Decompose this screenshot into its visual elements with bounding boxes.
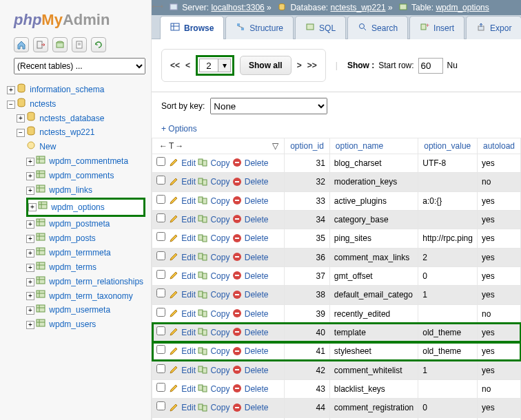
edit-link[interactable]: Edit: [181, 253, 196, 262]
reload-icon[interactable]: [91, 37, 106, 52]
copy-link[interactable]: Copy: [210, 196, 229, 206]
delete-link[interactable]: Delete: [245, 346, 269, 356]
tree-table-wpdm_term_relationships[interactable]: wpdm_term_relationships: [49, 277, 143, 286]
edit-link[interactable]: Edit: [181, 328, 196, 337]
options-toggle[interactable]: + Options: [161, 124, 197, 134]
column-option-value[interactable]: option_value: [418, 138, 478, 154]
tree-table-wpdm_commentmeta[interactable]: wpdm_commentmeta: [49, 156, 128, 166]
copy-link[interactable]: Copy: [210, 290, 229, 300]
expand-icon[interactable]: +: [26, 158, 34, 166]
delete-link[interactable]: Delete: [245, 328, 269, 337]
tree-table-wpdm_comments[interactable]: wpdm_comments: [49, 171, 114, 180]
tree-table-wpdm_links[interactable]: wpdm_links: [49, 185, 92, 195]
copy-link[interactable]: Copy: [210, 328, 229, 337]
edit-link[interactable]: Edit: [181, 177, 196, 187]
tree-table-wpdm_term_taxonomy[interactable]: wpdm_term_taxonomy: [49, 291, 132, 301]
row-checkbox[interactable]: [156, 345, 165, 354]
prev-page-button[interactable]: <: [185, 61, 190, 70]
tab-sql[interactable]: SQL: [295, 16, 346, 39]
copy-link[interactable]: Copy: [210, 366, 229, 375]
copy-link[interactable]: Copy: [210, 233, 229, 243]
expand-icon[interactable]: +: [7, 86, 15, 94]
tree-table-wpdm_postmeta[interactable]: wpdm_postmeta: [49, 219, 110, 229]
tree-table-wpdm_usermeta[interactable]: wpdm_usermeta: [49, 305, 110, 315]
delete-link[interactable]: Delete: [245, 215, 269, 224]
db-nctests-wp221[interactable]: nctests_wp221: [39, 127, 94, 137]
row-checkbox[interactable]: [156, 364, 165, 373]
row-checkbox[interactable]: [156, 176, 165, 185]
row-checkbox[interactable]: [156, 326, 165, 335]
row-checkbox[interactable]: [156, 401, 165, 410]
row-checkbox[interactable]: [156, 288, 165, 297]
tab-structure[interactable]: Structure: [225, 16, 294, 39]
expand-icon[interactable]: +: [26, 321, 34, 329]
page-dropdown-button[interactable]: ▾: [218, 59, 231, 72]
edit-link[interactable]: Edit: [181, 366, 196, 375]
edit-link[interactable]: Edit: [181, 271, 196, 281]
expand-icon[interactable]: +: [26, 306, 34, 315]
column-autoload[interactable]: autoload: [477, 138, 520, 154]
db-nctests-database[interactable]: nctests_database: [39, 114, 104, 123]
db-information-schema[interactable]: information_schema: [30, 85, 104, 94]
delete-link[interactable]: Delete: [245, 384, 269, 394]
show-all-button[interactable]: Show all: [240, 56, 292, 75]
breadcrumb-table[interactable]: wpdm_options: [436, 3, 489, 12]
column-option-name[interactable]: option_name: [329, 138, 418, 154]
row-checkbox[interactable]: [156, 195, 165, 204]
first-page-button[interactable]: <<: [170, 61, 180, 70]
logout-icon[interactable]: [33, 37, 48, 52]
delete-link[interactable]: Delete: [245, 177, 269, 187]
edit-link[interactable]: Edit: [181, 384, 196, 394]
expand-icon[interactable]: +: [26, 264, 34, 272]
delete-link[interactable]: Delete: [245, 290, 269, 300]
breadcrumb-server[interactable]: localhost:3306: [211, 3, 264, 12]
tab-search[interactable]: Search: [347, 16, 408, 39]
copy-link[interactable]: Copy: [210, 215, 229, 224]
collapse-icon[interactable]: −: [7, 101, 15, 109]
docs-icon[interactable]: [72, 37, 87, 52]
expand-icon[interactable]: +: [26, 292, 34, 300]
copy-link[interactable]: Copy: [210, 309, 229, 319]
row-checkbox[interactable]: [156, 232, 165, 241]
delete-link[interactable]: Delete: [245, 233, 269, 243]
tree-table-wpdm_terms[interactable]: wpdm_terms: [49, 262, 96, 272]
expand-icon[interactable]: +: [17, 114, 25, 123]
db-nctests[interactable]: nctests: [30, 99, 56, 109]
row-checkbox[interactable]: [156, 213, 165, 222]
column-option-id[interactable]: option_id: [285, 138, 330, 154]
tree-table-wpdm_posts[interactable]: wpdm_posts: [49, 233, 95, 243]
copy-link[interactable]: Copy: [210, 346, 229, 356]
tree-table-wpdm_options[interactable]: wpdm_options: [51, 202, 104, 212]
delete-link[interactable]: Delete: [245, 366, 269, 375]
expand-icon[interactable]: +: [26, 235, 34, 243]
tab-browse[interactable]: Browse: [160, 16, 224, 39]
last-page-button[interactable]: >>: [307, 61, 317, 70]
start-row-input[interactable]: [418, 58, 443, 74]
edit-link[interactable]: Edit: [181, 290, 196, 300]
tab-insert[interactable]: +Insert: [409, 16, 464, 39]
tab-export[interactable]: Expor: [466, 16, 521, 39]
edit-link[interactable]: Edit: [181, 215, 196, 224]
copy-link[interactable]: Copy: [210, 253, 229, 262]
edit-link[interactable]: Edit: [181, 158, 196, 168]
sort-by-key-select[interactable]: None: [210, 98, 327, 114]
expand-icon[interactable]: +: [26, 278, 34, 286]
delete-link[interactable]: Delete: [245, 403, 269, 412]
edit-link[interactable]: Edit: [181, 403, 196, 412]
copy-link[interactable]: Copy: [210, 271, 229, 281]
breadcrumb-database[interactable]: nctests_wp221: [331, 3, 386, 12]
recent-tables-select[interactable]: (Recent tables) ...: [14, 58, 145, 74]
row-checkbox[interactable]: [156, 251, 165, 260]
row-checkbox[interactable]: [156, 383, 165, 392]
resize-handle-icon[interactable]: ⟷: [152, 1, 157, 10]
new-table-link[interactable]: New: [39, 142, 56, 151]
tree-table-wpdm_users[interactable]: wpdm_users: [49, 319, 96, 329]
row-checkbox[interactable]: [156, 308, 165, 317]
tree-table-wpdm_termmeta[interactable]: wpdm_termmeta: [49, 248, 110, 258]
expand-icon[interactable]: +: [26, 172, 34, 180]
delete-link[interactable]: Delete: [245, 253, 269, 262]
row-checkbox[interactable]: [156, 157, 165, 166]
collapse-icon[interactable]: −: [17, 129, 25, 137]
delete-link[interactable]: Delete: [245, 271, 269, 281]
edit-link[interactable]: Edit: [181, 196, 196, 206]
